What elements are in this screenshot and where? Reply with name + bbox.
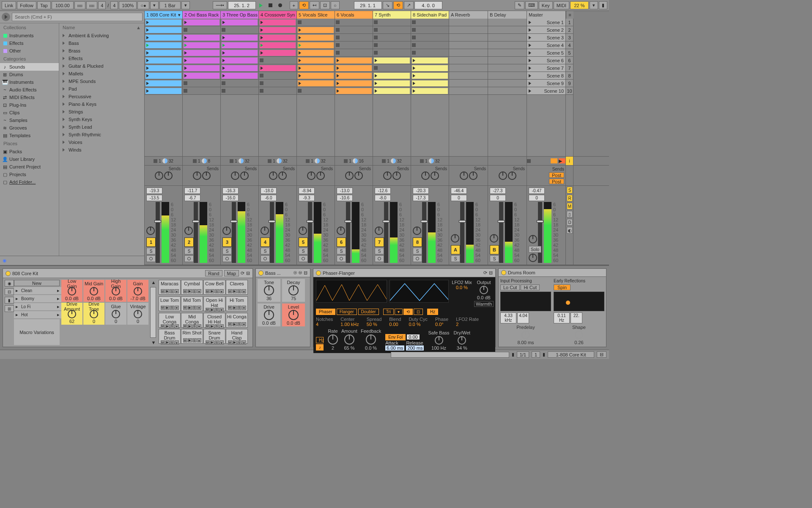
pan-knob[interactable]: [451, 234, 459, 243]
browser-folder-item[interactable]: Voices: [59, 138, 144, 146]
pad-rec-icon[interactable]: ●: [242, 340, 246, 345]
record-quantize-button[interactable]: ▶: [559, 158, 565, 163]
loop-start-field[interactable]: 29. 1. 1: [354, 1, 382, 9]
clip-slot[interactable]: [183, 34, 220, 41]
macro-knob[interactable]: [112, 310, 120, 318]
bass-knob[interactable]: [288, 285, 299, 295]
return-track-header[interactable]: A Reverb: [449, 11, 488, 19]
clip-slot[interactable]: [297, 49, 335, 57]
solo-button[interactable]: S: [261, 248, 270, 254]
clip-slot[interactable]: [297, 64, 335, 72]
lfo-wave-menu[interactable]: Tri: [383, 309, 394, 315]
solo-button[interactable]: S: [222, 248, 232, 254]
env-fol-button[interactable]: Env Fol: [385, 334, 406, 340]
peak-db[interactable]: -16.3: [222, 188, 239, 194]
browser-folder-item[interactable]: Pad: [59, 85, 144, 93]
clip-slot-empty[interactable]: [373, 26, 411, 34]
quantize-menu[interactable]: 1 Bar: [159, 1, 181, 9]
send-a-knob[interactable]: [421, 171, 430, 180]
pad-solo-icon[interactable]: S: [215, 289, 219, 293]
cue-volume-knob[interactable]: [529, 254, 537, 262]
phaser-param[interactable]: Center1.00 kHz: [340, 317, 359, 327]
input-eq-display[interactable]: [500, 292, 551, 311]
browser-folder-item[interactable]: Ambient & Evolving: [59, 32, 144, 39]
pan-knob[interactable]: [413, 226, 421, 235]
pad-rec-icon[interactable]: ●: [175, 289, 179, 293]
clip-slot[interactable]: [335, 72, 373, 80]
category-item[interactable]: 🎹Instruments: [0, 78, 59, 86]
clip-slot[interactable]: [373, 72, 411, 80]
browser-folder-item[interactable]: Effects: [59, 55, 144, 62]
send-a-knob[interactable]: [383, 171, 392, 180]
arm-button[interactable]: [337, 255, 346, 262]
clip-slot[interactable]: [145, 57, 182, 64]
pad-rec-icon[interactable]: ●: [219, 289, 224, 293]
scene-launch-button[interactable]: Scene 5: [527, 49, 565, 57]
lfo-spin-icon[interactable]: ⊡: [414, 309, 423, 315]
pad-rec-icon[interactable]: ●: [175, 306, 179, 310]
follow-playback-icon[interactable]: ⟶•: [213, 1, 227, 9]
clip-slot-empty[interactable]: [221, 80, 258, 87]
preview-play-icon[interactable]: [2, 13, 10, 21]
clip-slot-empty[interactable]: [373, 41, 411, 49]
safebass-knob[interactable]: [435, 336, 443, 345]
drum-pad[interactable]: Open Hi Hat M▶S●: [203, 296, 225, 311]
clip-slot[interactable]: [373, 87, 411, 95]
sends-toggle[interactable]: [566, 166, 573, 185]
send-b-knob[interactable]: [202, 171, 211, 180]
clip-slot[interactable]: [373, 57, 411, 64]
show-devices-icon[interactable]: ▮: [5, 297, 14, 304]
pan-knob[interactable]: [261, 226, 269, 235]
pan-knob[interactable]: [375, 226, 383, 235]
pad-mute-icon[interactable]: M: [206, 289, 210, 293]
drum-pad[interactable]: Hand Clap M▶S●: [226, 329, 248, 344]
peak-db[interactable]: -11.7: [184, 188, 200, 194]
post-button[interactable]: Post: [549, 179, 564, 184]
hicut-button[interactable]: Hi Cut: [521, 284, 540, 290]
device-on-icon[interactable]: [316, 271, 321, 276]
volume-fader[interactable]: [194, 202, 198, 263]
send-a-knob[interactable]: [231, 171, 239, 180]
clip-slot[interactable]: [259, 49, 296, 57]
zoom-percent[interactable]: 100%: [119, 1, 137, 9]
pan-knob[interactable]: [490, 234, 498, 243]
pad-play-icon[interactable]: ▶: [210, 324, 214, 329]
phaser-param[interactable]: Notches4: [316, 317, 333, 327]
category-item[interactable]: ▭Clips: [0, 109, 59, 116]
show-chains-icon[interactable]: ⊟: [5, 288, 14, 295]
io-cell[interactable]: 1 32: [411, 157, 449, 165]
scene-launch-button[interactable]: Scene 8: [527, 72, 565, 80]
send-a-knob[interactable]: [460, 171, 468, 180]
show-pads-icon[interactable]: ⊞: [5, 305, 14, 312]
macro-control[interactable]: High Gain 0.0 dB: [105, 280, 126, 302]
clip-slot[interactable]: [259, 34, 296, 41]
name-column-header[interactable]: Name: [63, 25, 75, 30]
pad-page-down-icon[interactable]: ▼: [150, 340, 157, 345]
send-b-knob[interactable]: [316, 171, 325, 180]
vol-db[interactable]: 0: [529, 195, 545, 201]
vol-db[interactable]: -9.3: [299, 195, 315, 201]
return-track-header[interactable]: B Delay: [488, 11, 527, 19]
send-b-knob[interactable]: [508, 171, 516, 180]
lfo2-mix-value[interactable]: 0.0 %: [451, 285, 472, 290]
place-item[interactable]: 👤User Library: [0, 155, 59, 163]
scene-launch-button[interactable]: Scene 1: [527, 19, 565, 26]
clip-slot[interactable]: [145, 80, 182, 87]
stop-all-clips-button[interactable]: [551, 158, 557, 163]
collection-item[interactable]: Effects: [0, 39, 59, 47]
scene-launch-button[interactable]: Scene 7: [527, 64, 565, 72]
browser-folder-item[interactable]: Strings: [59, 108, 144, 116]
solo-button[interactable]: S: [184, 248, 194, 254]
pad-solo-icon[interactable]: S: [215, 324, 219, 329]
vol-db[interactable]: 0: [490, 195, 506, 201]
bass-macro[interactable]: Level0.0 dB: [282, 304, 305, 326]
vol-db[interactable]: -17.3: [413, 195, 429, 201]
pad-rec-icon[interactable]: ●: [242, 289, 246, 293]
spin-button[interactable]: Spin: [554, 284, 571, 290]
clip-slot-empty[interactable]: [259, 72, 296, 80]
phaser-knob[interactable]: [344, 334, 354, 345]
pad-rec-icon[interactable]: ●: [175, 340, 179, 345]
macro-knob[interactable]: [134, 310, 142, 318]
pad-overview[interactable]: [150, 287, 156, 338]
chain-item[interactable]: ▸Clean▸: [14, 287, 61, 294]
